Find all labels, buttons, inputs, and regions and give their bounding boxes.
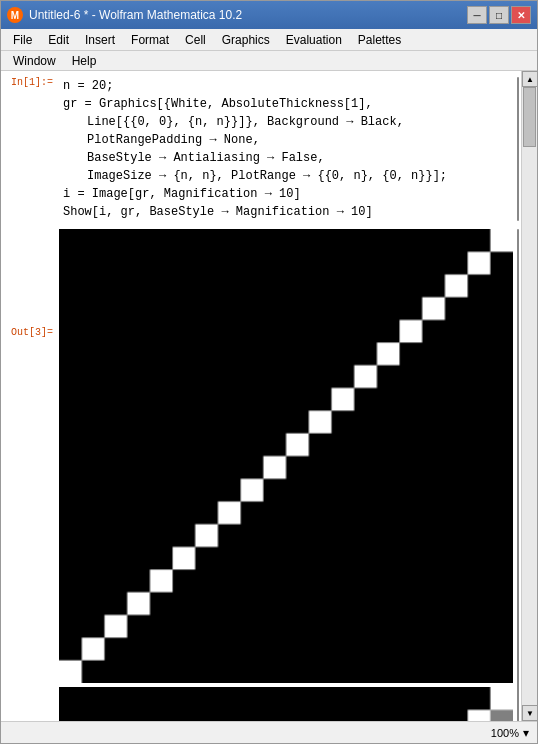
output-bracket (513, 227, 521, 721)
main-window: M Untitled-6 * - Wolfram Mathematica 10.… (0, 0, 538, 744)
menu-bar-row2: Window Help (1, 51, 537, 71)
input-label: In[1]:= (1, 75, 59, 88)
menu-window[interactable]: Window (5, 51, 64, 70)
menu-insert[interactable]: Insert (77, 29, 123, 50)
code-line4: PlotRangePadding → None, (87, 131, 509, 149)
zoom-dropdown-icon[interactable]: ▾ (523, 726, 529, 740)
graphic-canvas-2 (59, 687, 513, 721)
scroll-down-button[interactable]: ▼ (522, 705, 537, 721)
graphic-canvas-1 (59, 229, 513, 683)
code-line1: n = 20; (63, 77, 509, 95)
menu-graphics[interactable]: Graphics (214, 29, 278, 50)
code-line3: Line[{{0, 0}, {n, n}}]}, Background → Bl… (87, 113, 509, 131)
minimize-button[interactable]: ─ (467, 6, 487, 24)
menu-format[interactable]: Format (123, 29, 177, 50)
window-title: Untitled-6 * - Wolfram Mathematica 10.2 (29, 8, 461, 22)
output-cell: Out[3]= (1, 227, 521, 721)
code-line2: gr = Graphics[{White, AbsoluteThickness[… (63, 95, 509, 113)
app-icon: M (7, 7, 23, 23)
output-label: Out[3]= (1, 227, 59, 338)
input-cell: In[1]:= n = 20; gr = Graphics[{White, Ab… (1, 75, 521, 223)
close-button[interactable]: ✕ (511, 6, 531, 24)
menu-edit[interactable]: Edit (40, 29, 77, 50)
notebook-area[interactable]: In[1]:= n = 20; gr = Graphics[{White, Ab… (1, 71, 521, 721)
menu-evaluation[interactable]: Evaluation (278, 29, 350, 50)
menu-palettes[interactable]: Palettes (350, 29, 409, 50)
content-area: In[1]:= n = 20; gr = Graphics[{White, Ab… (1, 71, 537, 721)
zoom-level: 100% (491, 727, 519, 739)
scroll-track[interactable] (522, 87, 537, 705)
menu-bar-row1: File Edit Insert Format Cell Graphics Ev… (1, 29, 537, 51)
restore-button[interactable]: □ (489, 6, 509, 24)
title-bar: M Untitled-6 * - Wolfram Mathematica 10.… (1, 1, 537, 29)
output-content (59, 227, 513, 721)
scroll-up-button[interactable]: ▲ (522, 71, 537, 87)
status-bar: 100% ▾ (1, 721, 537, 743)
code-line5: BaseStyle → Antialiasing → False, (87, 149, 509, 167)
vertical-scrollbar[interactable]: ▲ ▼ (521, 71, 537, 721)
code-line6: ImageSize → {n, n}, PlotRange → {{0, n},… (87, 167, 509, 185)
window-controls: ─ □ ✕ (467, 6, 531, 24)
menu-file[interactable]: File (5, 29, 40, 50)
code-line7: i = Image[gr, Magnification → 10] (63, 185, 509, 203)
input-bracket (513, 75, 521, 223)
scroll-thumb[interactable] (523, 87, 536, 147)
input-content[interactable]: n = 20; gr = Graphics[{White, AbsoluteTh… (59, 75, 513, 223)
code-line8: Show[i, gr, BaseStyle → Magnification → … (63, 203, 509, 221)
menu-cell[interactable]: Cell (177, 29, 214, 50)
menu-help[interactable]: Help (64, 51, 105, 70)
